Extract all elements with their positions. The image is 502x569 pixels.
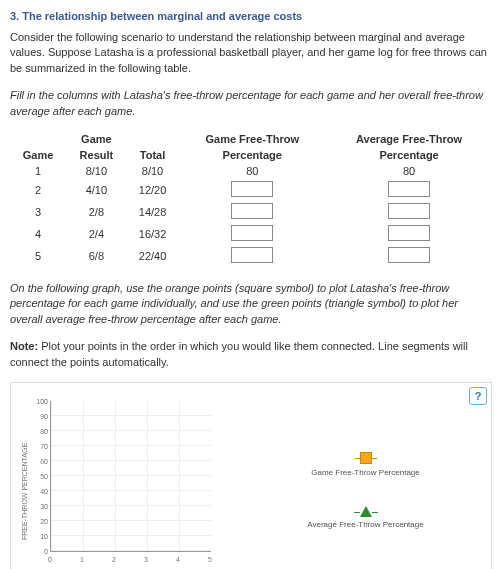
cell-apct <box>326 179 492 201</box>
y-tick: 10 <box>28 532 48 539</box>
note-text: Plot your points in the order in which y… <box>10 340 468 367</box>
graph-instruction: On the following graph, use the orange p… <box>10 281 492 327</box>
cell-total: 14/28 <box>127 201 179 223</box>
cell-apct: 80 <box>326 163 492 179</box>
question-title: 3. The relationship between marginal and… <box>10 10 492 22</box>
cell-result: 2/8 <box>66 201 127 223</box>
cell-game: 1 <box>10 163 66 179</box>
x-tick: 1 <box>72 556 92 563</box>
cell-result: 2/4 <box>66 223 127 245</box>
legend: Game Free-Throw Percentage Average Free-… <box>228 391 483 569</box>
col-result-bot: Result <box>66 147 127 163</box>
y-tick: 100 <box>28 397 48 404</box>
triangle-icon <box>360 506 372 517</box>
cell-gpct <box>178 201 326 223</box>
note-label: Note: <box>10 340 38 352</box>
x-tick: 2 <box>104 556 124 563</box>
cell-result: 6/8 <box>66 245 127 267</box>
table-row: 24/1012/20 <box>10 179 492 201</box>
table-body: 18/108/10808024/1012/2032/814/2842/416/3… <box>10 163 492 267</box>
avg-pct-input[interactable] <box>388 247 430 263</box>
x-tick: 3 <box>136 556 156 563</box>
plot-area[interactable]: GAME 0102030405060708090100012345 <box>28 391 228 569</box>
y-tick: 80 <box>28 427 48 434</box>
col-game: Game <box>10 131 66 163</box>
cell-total: 16/32 <box>127 223 179 245</box>
cell-total: 8/10 <box>127 163 179 179</box>
legend-avg-series[interactable]: Average Free-Throw Percentage <box>248 505 483 529</box>
cell-apct <box>326 245 492 267</box>
avg-pct-input[interactable] <box>388 181 430 197</box>
note: Note: Plot your points in the order in w… <box>10 339 492 370</box>
square-icon <box>360 452 372 464</box>
cell-gpct <box>178 223 326 245</box>
cell-game: 4 <box>10 223 66 245</box>
cell-total: 22/40 <box>127 245 179 267</box>
y-tick: 60 <box>28 457 48 464</box>
y-tick: 90 <box>28 412 48 419</box>
col-apct-bot: Percentage <box>326 147 492 163</box>
cell-gpct: 80 <box>178 163 326 179</box>
cell-apct <box>326 223 492 245</box>
game-pct-input[interactable] <box>231 225 273 241</box>
table-row: 42/416/32 <box>10 223 492 245</box>
y-tick: 30 <box>28 502 48 509</box>
legend-game-series[interactable]: Game Free-Throw Percentage <box>248 452 483 477</box>
avg-pct-input[interactable] <box>388 203 430 219</box>
game-pct-input[interactable] <box>231 181 273 197</box>
graph-panel: ? FREE-THROW PERCENTAGE GAME 01020304050… <box>10 382 492 569</box>
x-tick: 0 <box>40 556 60 563</box>
y-tick: 50 <box>28 472 48 479</box>
table-row: 56/822/40 <box>10 245 492 267</box>
cell-game: 3 <box>10 201 66 223</box>
col-total: Total <box>127 131 179 163</box>
x-tick: 4 <box>168 556 188 563</box>
cell-gpct <box>178 245 326 267</box>
game-pct-input[interactable] <box>231 247 273 263</box>
legend-game-label: Game Free-Throw Percentage <box>311 468 420 477</box>
cell-result: 4/10 <box>66 179 127 201</box>
x-tick: 5 <box>200 556 220 563</box>
table-row: 32/814/28 <box>10 201 492 223</box>
grid <box>50 401 211 552</box>
fill-instruction: Fill in the columns with Latasha's free-… <box>10 88 492 119</box>
col-gpct-top: Game Free-Throw <box>178 131 326 147</box>
table-row: 18/108/108080 <box>10 163 492 179</box>
cell-game: 2 <box>10 179 66 201</box>
cell-game: 5 <box>10 245 66 267</box>
cell-result: 8/10 <box>66 163 127 179</box>
col-gpct-bot: Percentage <box>178 147 326 163</box>
game-pct-input[interactable] <box>231 203 273 219</box>
cell-gpct <box>178 179 326 201</box>
legend-avg-label: Average Free-Throw Percentage <box>307 520 423 529</box>
cell-total: 12/20 <box>127 179 179 201</box>
y-tick: 0 <box>28 547 48 554</box>
y-axis-label: FREE-THROW PERCENTAGE <box>19 391 28 569</box>
y-tick: 20 <box>28 517 48 524</box>
free-throw-table: Game Game Total Game Free-Throw Average … <box>10 131 492 267</box>
intro-text: Consider the following scenario to under… <box>10 30 492 76</box>
avg-pct-input[interactable] <box>388 225 430 241</box>
col-apct-top: Average Free-Throw <box>326 131 492 147</box>
cell-apct <box>326 201 492 223</box>
y-tick: 40 <box>28 487 48 494</box>
col-result-top: Game <box>66 131 127 147</box>
y-tick: 70 <box>28 442 48 449</box>
help-button[interactable]: ? <box>469 387 487 405</box>
